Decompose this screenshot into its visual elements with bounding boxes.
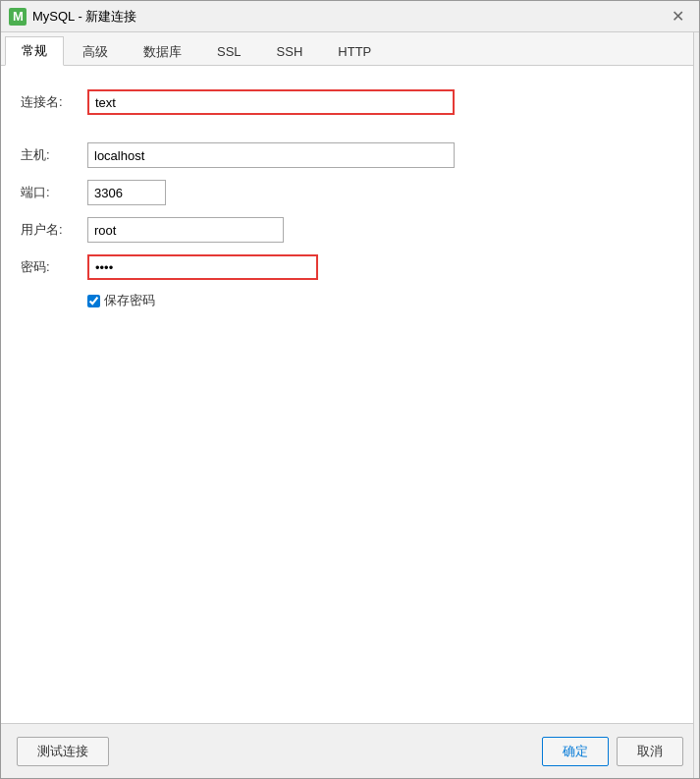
footer-right: 确定 取消 [542,737,683,766]
tab-database[interactable]: 数据库 [127,36,198,66]
footer: 测试连接 确定 取消 [1,723,699,778]
tab-general[interactable]: 常规 [5,36,64,66]
connection-name-input[interactable] [87,89,455,115]
tab-bar: 常规 高级 数据库 SSL SSH HTTP [1,32,699,66]
tab-advanced[interactable]: 高级 [66,36,125,66]
host-row: 主机: [21,142,679,168]
test-connection-button[interactable]: 测试连接 [17,737,109,766]
tab-ssh[interactable]: SSH [260,36,320,66]
svg-text:M: M [13,10,24,24]
password-input[interactable] [87,254,318,280]
confirm-button[interactable]: 确定 [542,737,609,766]
save-password-checkbox[interactable] [87,295,100,307]
title-bar-left: M MySQL - 新建连接 [9,8,136,26]
tab-ssl[interactable]: SSL [200,36,258,66]
connection-name-row: 连接名: [21,89,679,115]
username-row: 用户名: [21,217,679,243]
right-sidebar [693,32,699,778]
save-password-label: 保存密码 [104,292,155,309]
title-bar: M MySQL - 新建连接 ✕ [1,1,699,32]
main-window: M MySQL - 新建连接 ✕ 常规 高级 数据库 SSL SSH HTTP [0,0,700,779]
content-area: 连接名: 主机: 端口: 用户名: 密码: [1,66,699,723]
cancel-button[interactable]: 取消 [617,737,683,766]
tab-http[interactable]: HTTP [321,36,388,66]
form-section: 连接名: 主机: 端口: 用户名: 密码: [21,89,679,309]
password-label: 密码: [21,258,80,276]
app-icon: M [9,8,27,26]
save-password-row: 保存密码 [87,292,679,309]
port-row: 端口: [21,180,679,205]
host-input[interactable] [87,142,455,168]
close-button[interactable]: ✕ [664,3,691,30]
port-input[interactable] [87,180,166,205]
port-label: 端口: [21,184,80,201]
username-label: 用户名: [21,221,80,239]
password-row: 密码: [21,254,679,280]
host-label: 主机: [21,146,80,164]
footer-left: 测试连接 [17,737,109,766]
window-title: MySQL - 新建连接 [32,8,136,26]
username-input[interactable] [87,217,284,243]
connection-name-label: 连接名: [21,93,80,111]
